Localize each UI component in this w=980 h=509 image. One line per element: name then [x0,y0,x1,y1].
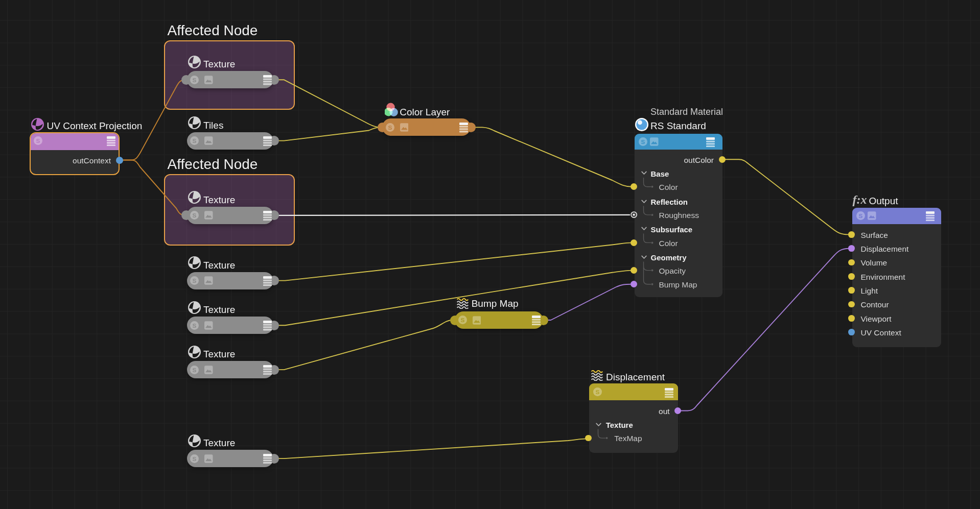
svg-text:S: S [193,322,197,329]
svg-text:S: S [193,366,197,373]
svg-text:S: S [858,212,862,220]
svg-text:S: S [193,455,197,462]
svg-text:S: S [193,137,197,144]
svg-text:S: S [388,124,392,131]
svg-text:S: S [193,76,197,83]
svg-text:S: S [193,212,197,219]
svg-text:S: S [193,277,197,284]
svg-text:S: S [36,137,40,144]
svg-text:S: S [460,317,464,324]
